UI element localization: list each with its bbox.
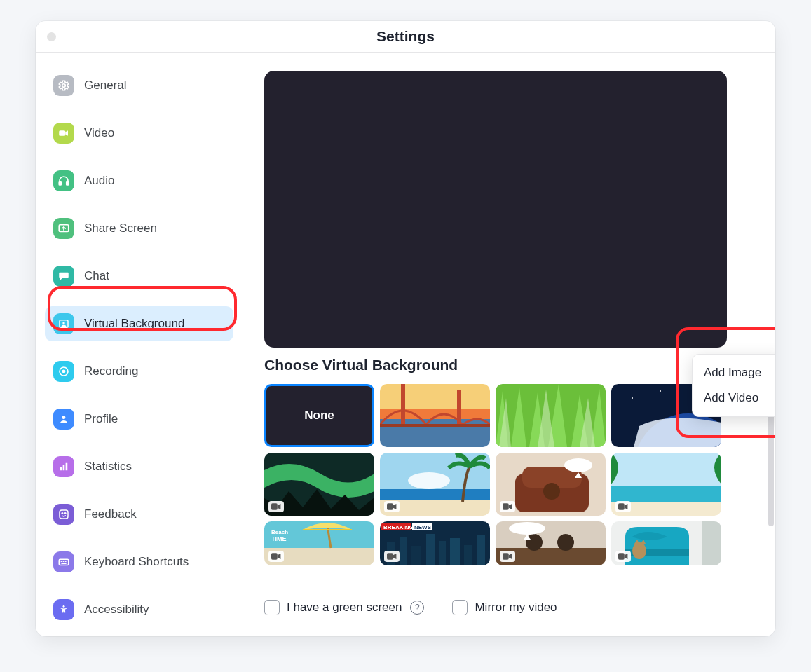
gear-icon — [53, 75, 74, 96]
keyboard-icon — [53, 551, 74, 572]
svg-rect-60 — [450, 538, 460, 565]
svg-rect-62 — [477, 535, 485, 565]
sidebar-item-virtual-background[interactable]: Virtual Background — [45, 306, 233, 341]
video-preview — [264, 71, 727, 348]
svg-point-77 — [632, 542, 646, 559]
thumbnail-scrollbar[interactable] — [768, 403, 774, 526]
section-header-row: Choose Virtual Background — [264, 356, 727, 374]
svg-rect-35 — [380, 489, 490, 502]
svg-rect-78 — [618, 553, 625, 559]
sidebar-item-feedback[interactable]: Feedback — [45, 497, 233, 532]
options-row: I have a green screen ? Mirror my video — [264, 600, 753, 615]
sidebar-item-label: Video — [84, 126, 114, 140]
svg-point-30 — [677, 408, 679, 409]
video-badge-icon — [615, 501, 631, 512]
sidebar-item-recording[interactable]: Recording — [45, 354, 233, 389]
sidebar-item-label: Feedback — [84, 507, 137, 521]
svg-point-6 — [62, 322, 64, 324]
video-badge-icon — [384, 551, 400, 562]
sidebar-item-label: Audio — [84, 174, 114, 188]
video-badge-icon — [615, 551, 631, 562]
sidebar-item-keyboard-shortcuts[interactable]: Keyboard Shortcuts — [45, 544, 233, 580]
sidebar-item-profile[interactable]: Profile — [45, 402, 233, 437]
svg-rect-1 — [59, 130, 65, 136]
mirror-checkbox[interactable]: Mirror my video — [452, 600, 557, 615]
sidebar-item-general[interactable]: General — [45, 68, 233, 103]
window-close-dot[interactable] — [47, 32, 56, 41]
svg-point-42 — [543, 483, 560, 500]
video-badge-icon — [384, 501, 400, 512]
svg-point-15 — [64, 513, 66, 514]
add-video-item[interactable]: Add Video — [693, 385, 775, 411]
background-thumb-cafe[interactable] — [496, 521, 606, 565]
background-thumb-dog-sofa[interactable] — [496, 453, 606, 516]
svg-rect-21 — [401, 384, 405, 426]
svg-text:Beach: Beach — [271, 529, 288, 535]
sidebar-item-label: Statistics — [84, 460, 132, 474]
mirror-label: Mirror my video — [475, 601, 557, 615]
greenscreen-checkbox[interactable]: I have a green screen — [264, 600, 402, 615]
background-thumb-grass[interactable] — [496, 384, 606, 447]
svg-rect-56 — [400, 537, 407, 565]
svg-rect-58 — [426, 534, 435, 565]
sidebar-item-audio[interactable]: Audio — [45, 163, 233, 198]
svg-rect-13 — [60, 510, 68, 519]
background-thumb-bridge[interactable] — [380, 384, 490, 447]
add-background-menu: Add Image Add Video — [692, 354, 775, 417]
virtual-background-icon — [53, 313, 74, 334]
svg-rect-38 — [387, 503, 393, 509]
sidebar: General Video Audio Share Screen — [36, 53, 243, 637]
help-icon[interactable]: ? — [410, 601, 424, 615]
svg-rect-10 — [60, 467, 62, 470]
headphones-icon — [53, 170, 74, 191]
share-screen-icon — [53, 218, 74, 239]
svg-rect-67 — [387, 553, 393, 559]
svg-point-8 — [62, 370, 66, 373]
main-panel: Choose Virtual Background None — [243, 53, 775, 637]
svg-text:TIME: TIME — [271, 535, 287, 542]
sidebar-item-statistics[interactable]: Statistics — [45, 449, 233, 484]
svg-point-26 — [632, 397, 633, 399]
video-badge-icon — [500, 501, 515, 512]
sidebar-item-chat[interactable]: Chat — [45, 259, 233, 294]
accessibility-icon — [53, 599, 74, 620]
background-thumb-aurora[interactable] — [264, 453, 374, 516]
recording-icon — [53, 361, 74, 382]
svg-rect-11 — [63, 465, 65, 470]
svg-rect-12 — [66, 463, 68, 471]
svg-point-17 — [63, 605, 65, 608]
video-badge-icon — [268, 551, 284, 562]
background-thumb-none[interactable]: None — [264, 384, 374, 447]
background-thumb-cat-armchair[interactable] — [611, 521, 721, 565]
svg-rect-3 — [67, 182, 69, 186]
svg-rect-59 — [439, 541, 446, 565]
none-label: None — [304, 409, 334, 423]
add-image-item[interactable]: Add Image — [693, 360, 775, 385]
sidebar-item-label: Accessibility — [84, 603, 149, 617]
svg-rect-75 — [702, 521, 721, 565]
background-thumb-beach-umbrella[interactable]: Beach TIME — [264, 521, 374, 565]
svg-point-0 — [62, 84, 66, 88]
svg-rect-45 — [611, 453, 721, 488]
sidebar-item-label: General — [84, 78, 126, 92]
sidebar-item-accessibility[interactable]: Accessibility — [45, 592, 233, 627]
profile-icon — [53, 409, 74, 430]
background-thumb-city-news[interactable]: BREAKING NEWS — [380, 521, 490, 565]
sidebar-item-share-screen[interactable]: Share Screen — [45, 211, 233, 246]
video-icon — [53, 123, 74, 144]
titlebar: Settings — [36, 21, 775, 53]
background-thumb-beach-palms[interactable] — [380, 453, 490, 516]
section-title: Choose Virtual Background — [264, 357, 458, 373]
svg-point-27 — [660, 390, 661, 392]
feedback-icon — [53, 504, 74, 525]
checkbox-box — [264, 600, 280, 615]
background-thumb-tropical-sea[interactable] — [611, 453, 721, 516]
svg-rect-16 — [59, 559, 69, 565]
svg-text:BREAKING: BREAKING — [383, 524, 414, 530]
svg-point-14 — [62, 513, 63, 514]
video-badge-icon — [268, 501, 284, 512]
svg-rect-2 — [59, 182, 61, 186]
sidebar-item-video[interactable]: Video — [45, 116, 233, 151]
sidebar-item-label: Profile — [84, 412, 118, 426]
svg-point-71 — [557, 534, 574, 551]
